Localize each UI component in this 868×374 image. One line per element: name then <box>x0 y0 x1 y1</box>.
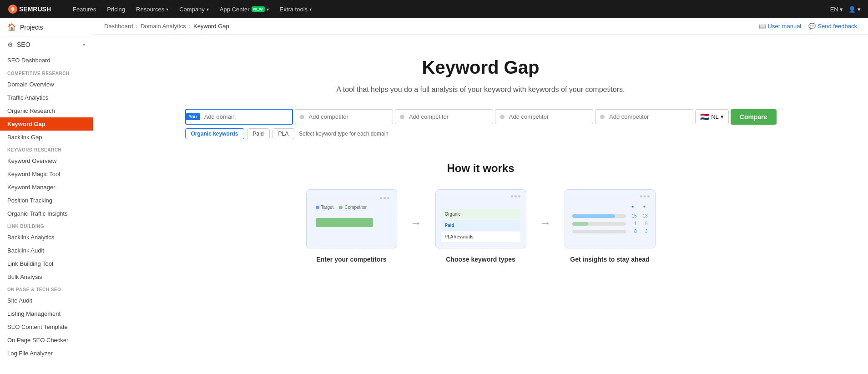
step-3: ● ● 15 13 1 5 <box>560 189 660 263</box>
kw-type-paid[interactable]: Paid <box>247 128 270 139</box>
sidebar-item-backlink-analytics[interactable]: Backlink Analytics <box>0 231 93 244</box>
sidebar-item-backlink-gap[interactable]: Backlink Gap <box>0 131 93 144</box>
logo[interactable]: SEMRUSH <box>7 4 57 15</box>
keyword-type-options: Organic keywords Paid PLA Select keyword… <box>185 128 389 139</box>
step-arrow-1: → <box>411 217 422 229</box>
book-icon: 📖 <box>759 23 766 30</box>
nav-company[interactable]: Company▾ <box>175 0 213 18</box>
kw-type-hint: Select keyword type for each domain <box>299 131 389 137</box>
sidebar-item-keyword-magic-tool[interactable]: Keyword Magic Tool <box>0 167 93 181</box>
competitor-field-4[interactable] <box>607 110 688 124</box>
how-it-works-section: How it works Target <box>93 153 868 281</box>
nav-links: Features Pricing Resources▾ Company▾ App… <box>68 0 830 18</box>
breadcrumb: Dashboard › Domain Analytics › Keyword G… <box>104 23 229 30</box>
topnav-right: EN ▾ 👤 ▾ <box>830 6 861 13</box>
competitor-field-2[interactable] <box>407 110 488 124</box>
competitor-field-1[interactable] <box>307 110 388 124</box>
step2-organic-row: Organic <box>441 209 520 219</box>
step3-row-3: 8 3 <box>572 229 648 234</box>
step3-row-1: 15 13 <box>572 213 648 218</box>
nav-pricing[interactable]: Pricing <box>102 0 130 18</box>
breadcrumb-sep-1: › <box>136 23 138 30</box>
seo-icon: ⚙ <box>7 41 13 48</box>
user-manual-link[interactable]: 📖 User manual <box>759 23 802 30</box>
nav-extra-tools[interactable]: Extra tools▾ <box>275 0 316 18</box>
domain-input-you: You <box>185 109 293 125</box>
you-badge: You <box>186 113 200 120</box>
sidebar-item-backlink-audit[interactable]: Backlink Audit <box>0 244 93 257</box>
competitor-input-1 <box>295 109 393 124</box>
step2-pla-row: PLA keywords <box>441 232 520 242</box>
step-2-label: Choose keyword types <box>446 256 515 263</box>
sidebar-item-seo-content-template[interactable]: SEO Content Template <box>0 320 93 334</box>
search-bar: You 🇳 <box>93 109 868 153</box>
home-icon: 🏠 <box>7 23 16 31</box>
nav-resources[interactable]: Resources▾ <box>131 0 173 18</box>
sidebar-item-log-file-analyzer[interactable]: Log File Analyzer <box>0 347 93 360</box>
sidebar-item-bulk-analysis[interactable]: Bulk Analysis <box>0 270 93 283</box>
nav-features[interactable]: Features <box>68 0 101 18</box>
chevron-down-icon: ▾ <box>83 42 86 48</box>
lang-code: NL <box>711 113 719 120</box>
step1-target-label: Target <box>321 205 334 210</box>
sidebar-item-organic-traffic-insights[interactable]: Organic Traffic Insights <box>0 207 93 220</box>
sidebar-category-link-building: LINK BUILDING <box>0 220 93 231</box>
sidebar-seo-dashboard[interactable]: SEO Dashboard <box>0 53 93 67</box>
sidebar-item-listing-management[interactable]: Listing Management <box>0 307 93 320</box>
sidebar-item-keyword-manager[interactable]: Keyword Manager <box>0 181 93 194</box>
kw-type-pla[interactable]: PLA <box>273 128 295 139</box>
competitor-dot-1 <box>300 115 304 119</box>
competitor-input-3 <box>495 109 593 124</box>
nav-app-center[interactable]: App CenterNEW▾ <box>215 0 273 18</box>
competitor-input-4 <box>595 109 693 124</box>
sidebar-category-on-page: ON PAGE & TECH SEO <box>0 283 93 294</box>
breadcrumb-dashboard[interactable]: Dashboard <box>104 23 133 30</box>
sidebar-item-domain-overview[interactable]: Domain Overview <box>0 78 93 91</box>
hero-section: Keyword Gap A tool that helps you do a f… <box>93 35 868 109</box>
steps-container: Target Competitor Enter your competitors <box>104 189 857 263</box>
language-selector[interactable]: 🇳🇱 NL ▾ <box>695 109 729 124</box>
search-inputs-row: You 🇳 <box>185 109 777 125</box>
step1-competitor-label: Competitor <box>344 205 367 210</box>
sidebar-category-keyword: KEYWORD RESEARCH <box>0 144 93 154</box>
step3-col-green: ● <box>643 204 646 209</box>
step3-col-blue: ● <box>631 204 634 209</box>
competitor-dot-4 <box>600 115 605 119</box>
sidebar-projects[interactable]: 🏠 Projects <box>0 18 93 36</box>
chevron-down-icon: ▾ <box>721 113 724 120</box>
kw-type-organic[interactable]: Organic keywords <box>185 128 244 139</box>
competitor-dot-3 <box>500 115 505 119</box>
send-feedback-link[interactable]: 💬 Send feedback <box>808 23 857 30</box>
sidebar-item-traffic-analytics[interactable]: Traffic Analytics <box>0 91 93 104</box>
step-2-illustration: Organic Paid PLA keywords <box>435 189 526 248</box>
sidebar-item-on-page-seo-checker[interactable]: On Page SEO Checker <box>0 334 93 347</box>
step-arrow-2: → <box>540 217 551 229</box>
domain-input-field[interactable] <box>200 110 292 124</box>
sidebar-item-organic-research[interactable]: Organic Research <box>0 104 93 117</box>
step-2: Organic Paid PLA keywords Choose keyword… <box>431 189 531 263</box>
step-1-illustration: Target Competitor <box>306 189 397 248</box>
sidebar-category-competitive: COMPETITIVE RESEARCH <box>0 67 93 78</box>
how-title: How it works <box>104 162 857 175</box>
main-content: Dashboard › Domain Analytics › Keyword G… <box>93 18 868 374</box>
hero-subtitle: A tool that helps you do a full analysis… <box>104 84 857 95</box>
competitor-field-3[interactable] <box>507 110 588 124</box>
sidebar-item-keyword-overview[interactable]: Keyword Overview <box>0 154 93 167</box>
compare-button[interactable]: Compare <box>731 109 777 125</box>
competitor-dot-2 <box>400 115 404 119</box>
step2-paid-row: Paid <box>441 220 520 231</box>
sidebar-item-link-building-tool[interactable]: Link Building Tool <box>0 257 93 270</box>
sidebar: 🏠 Projects ⚙ SEO ▾ SEO Dashboard COMPETI… <box>0 18 93 374</box>
sidebar-item-keyword-gap[interactable]: Keyword Gap <box>0 117 93 131</box>
step-3-label: Get insights to stay ahead <box>570 256 649 263</box>
sidebar-item-position-tracking[interactable]: Position Tracking <box>0 194 93 207</box>
sidebar-seo-header[interactable]: ⚙ SEO ▾ <box>0 36 93 53</box>
page-title: Keyword Gap <box>104 57 857 78</box>
language-selector[interactable]: EN ▾ <box>830 6 843 13</box>
svg-text:SEMRUSH: SEMRUSH <box>19 5 51 13</box>
user-menu[interactable]: 👤 ▾ <box>848 6 861 13</box>
top-navigation: SEMRUSH Features Pricing Resources▾ Comp… <box>0 0 868 18</box>
breadcrumb-domain-analytics[interactable]: Domain Analytics <box>141 23 186 30</box>
topbar-links: 📖 User manual 💬 Send feedback <box>759 23 857 30</box>
sidebar-item-site-audit[interactable]: Site Audit <box>0 294 93 307</box>
